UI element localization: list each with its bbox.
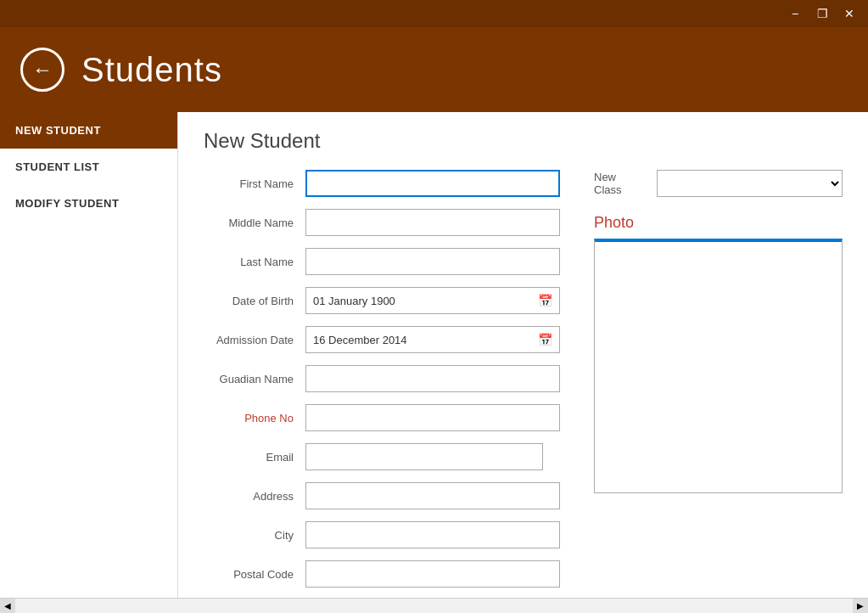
app-header: ← Students xyxy=(0,27,868,112)
guardian-name-input[interactable] xyxy=(305,365,560,392)
admission-date-label: Admission Date xyxy=(204,334,305,346)
address-row: Address xyxy=(204,482,560,509)
content-area: New Student First Name Middle Name Last … xyxy=(178,112,868,598)
minimize-button[interactable]: − xyxy=(787,5,804,22)
admission-date-row: Admission Date 16 December 2014 📅 xyxy=(204,326,560,353)
sidebar-item-modify-student[interactable]: MODIFY STUDENT xyxy=(0,185,177,222)
right-panel: New Class Photo xyxy=(594,170,843,598)
scroll-left-arrow[interactable]: ◀ xyxy=(0,599,15,614)
middle-name-row: Middle Name xyxy=(204,209,560,236)
last-name-label: Last Name xyxy=(204,256,305,268)
email-row: Email xyxy=(204,443,560,470)
sidebar-item-new-student[interactable]: NEW STUDENT xyxy=(0,112,177,149)
phone-no-label: Phone No xyxy=(204,412,305,425)
title-bar: − ❐ ✕ xyxy=(0,0,868,27)
address-input[interactable] xyxy=(305,482,560,509)
first-name-input[interactable] xyxy=(305,170,560,197)
dob-input[interactable]: 01 January 1900 📅 xyxy=(305,287,560,314)
form-layout: First Name Middle Name Last Name Date of… xyxy=(204,170,843,598)
last-name-input[interactable] xyxy=(305,248,560,275)
admission-date-value: 16 December 2014 xyxy=(313,334,407,346)
middle-name-label: Middle Name xyxy=(204,217,305,229)
last-name-row: Last Name xyxy=(204,248,560,275)
bottom-scrollbar: ◀ ▶ xyxy=(0,598,868,613)
postal-code-row: Postal Code xyxy=(204,560,560,588)
middle-name-input[interactable] xyxy=(305,209,560,236)
class-label: New Class xyxy=(594,171,647,196)
class-row: New Class xyxy=(594,170,843,197)
dob-row: Date of Birth 01 January 1900 📅 xyxy=(204,287,560,314)
admission-date-input[interactable]: 16 December 2014 📅 xyxy=(305,326,560,353)
email-label: Email xyxy=(204,451,305,464)
guardian-name-label: Guadian Name xyxy=(204,373,305,385)
city-label: City xyxy=(204,529,305,542)
photo-label: Photo xyxy=(594,214,843,232)
phone-no-row: Phone No xyxy=(204,404,560,431)
email-input[interactable] xyxy=(305,443,543,470)
photo-box[interactable] xyxy=(594,239,843,493)
address-label: Address xyxy=(204,490,305,503)
dob-label: Date of Birth xyxy=(204,295,305,307)
first-name-label: First Name xyxy=(204,177,305,190)
dob-value: 01 January 1900 xyxy=(313,295,395,307)
phone-no-input[interactable] xyxy=(305,404,560,431)
guardian-name-row: Guadian Name xyxy=(204,365,560,392)
app-title: Students xyxy=(81,51,222,89)
admission-date-calendar-icon: 📅 xyxy=(538,333,552,346)
scroll-right-arrow[interactable]: ▶ xyxy=(853,599,868,614)
city-row: City xyxy=(204,521,560,548)
sidebar: NEW STUDENT STUDENT LIST MODIFY STUDENT xyxy=(0,112,178,598)
restore-button[interactable]: ❐ xyxy=(814,5,831,22)
class-select[interactable] xyxy=(657,170,843,197)
postal-code-input[interactable] xyxy=(305,560,560,588)
city-input[interactable] xyxy=(305,521,560,548)
form-left: First Name Middle Name Last Name Date of… xyxy=(204,170,560,598)
sidebar-item-student-list[interactable]: STUDENT LIST xyxy=(0,149,177,185)
close-button[interactable]: ✕ xyxy=(841,5,858,22)
back-arrow-icon: ← xyxy=(32,58,53,82)
first-name-row: First Name xyxy=(204,170,560,197)
postal-code-label: Postal Code xyxy=(204,568,305,581)
page-title: New Student xyxy=(204,129,843,153)
main-area: NEW STUDENT STUDENT LIST MODIFY STUDENT … xyxy=(0,112,868,598)
dob-calendar-icon: 📅 xyxy=(538,294,552,307)
back-button[interactable]: ← xyxy=(20,48,64,92)
